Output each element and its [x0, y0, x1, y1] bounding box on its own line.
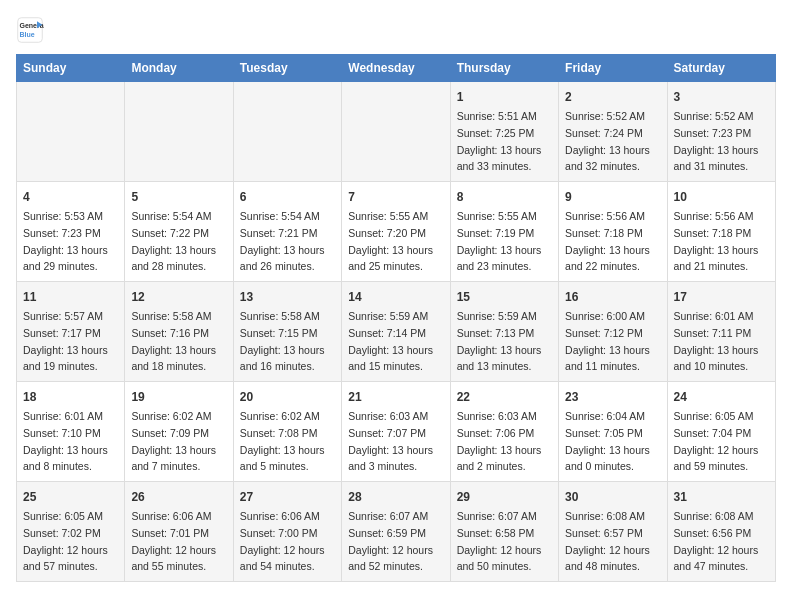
day-info: Sunrise: 5:54 AM Sunset: 7:21 PM Dayligh…: [240, 210, 325, 272]
calendar-cell: 30Sunrise: 6:08 AM Sunset: 6:57 PM Dayli…: [559, 482, 667, 582]
day-number: 29: [457, 488, 552, 506]
calendar-cell: 31Sunrise: 6:08 AM Sunset: 6:56 PM Dayli…: [667, 482, 775, 582]
day-info: Sunrise: 6:04 AM Sunset: 7:05 PM Dayligh…: [565, 410, 650, 472]
day-info: Sunrise: 5:58 AM Sunset: 7:16 PM Dayligh…: [131, 310, 216, 372]
day-info: Sunrise: 5:53 AM Sunset: 7:23 PM Dayligh…: [23, 210, 108, 272]
day-number: 10: [674, 188, 769, 206]
calendar-cell: 19Sunrise: 6:02 AM Sunset: 7:09 PM Dayli…: [125, 382, 233, 482]
calendar-cell: [17, 82, 125, 182]
day-number: 18: [23, 388, 118, 406]
day-info: Sunrise: 5:59 AM Sunset: 7:13 PM Dayligh…: [457, 310, 542, 372]
header-cell-tuesday: Tuesday: [233, 55, 341, 82]
day-info: Sunrise: 5:56 AM Sunset: 7:18 PM Dayligh…: [674, 210, 759, 272]
day-info: Sunrise: 6:06 AM Sunset: 7:01 PM Dayligh…: [131, 510, 216, 572]
header-cell-monday: Monday: [125, 55, 233, 82]
calendar-body: 1Sunrise: 5:51 AM Sunset: 7:25 PM Daylig…: [17, 82, 776, 582]
calendar-cell: [125, 82, 233, 182]
day-number: 31: [674, 488, 769, 506]
day-info: Sunrise: 5:52 AM Sunset: 7:23 PM Dayligh…: [674, 110, 759, 172]
day-info: Sunrise: 6:00 AM Sunset: 7:12 PM Dayligh…: [565, 310, 650, 372]
day-number: 30: [565, 488, 660, 506]
calendar-cell: 4Sunrise: 5:53 AM Sunset: 7:23 PM Daylig…: [17, 182, 125, 282]
day-number: 5: [131, 188, 226, 206]
day-info: Sunrise: 5:52 AM Sunset: 7:24 PM Dayligh…: [565, 110, 650, 172]
day-info: Sunrise: 6:08 AM Sunset: 6:56 PM Dayligh…: [674, 510, 759, 572]
day-number: 20: [240, 388, 335, 406]
day-info: Sunrise: 6:03 AM Sunset: 7:07 PM Dayligh…: [348, 410, 433, 472]
calendar-cell: 14Sunrise: 5:59 AM Sunset: 7:14 PM Dayli…: [342, 282, 450, 382]
day-number: 15: [457, 288, 552, 306]
day-number: 27: [240, 488, 335, 506]
day-info: Sunrise: 6:05 AM Sunset: 7:02 PM Dayligh…: [23, 510, 108, 572]
day-info: Sunrise: 5:55 AM Sunset: 7:19 PM Dayligh…: [457, 210, 542, 272]
day-number: 21: [348, 388, 443, 406]
calendar-cell: 18Sunrise: 6:01 AM Sunset: 7:10 PM Dayli…: [17, 382, 125, 482]
calendar-cell: 12Sunrise: 5:58 AM Sunset: 7:16 PM Dayli…: [125, 282, 233, 382]
day-number: 12: [131, 288, 226, 306]
day-info: Sunrise: 6:03 AM Sunset: 7:06 PM Dayligh…: [457, 410, 542, 472]
calendar-cell: [342, 82, 450, 182]
day-number: 1: [457, 88, 552, 106]
day-info: Sunrise: 6:01 AM Sunset: 7:11 PM Dayligh…: [674, 310, 759, 372]
week-row-5: 25Sunrise: 6:05 AM Sunset: 7:02 PM Dayli…: [17, 482, 776, 582]
week-row-4: 18Sunrise: 6:01 AM Sunset: 7:10 PM Dayli…: [17, 382, 776, 482]
day-info: Sunrise: 6:07 AM Sunset: 6:59 PM Dayligh…: [348, 510, 433, 572]
day-number: 4: [23, 188, 118, 206]
calendar-cell: 29Sunrise: 6:07 AM Sunset: 6:58 PM Dayli…: [450, 482, 558, 582]
day-info: Sunrise: 5:59 AM Sunset: 7:14 PM Dayligh…: [348, 310, 433, 372]
day-number: 23: [565, 388, 660, 406]
header-cell-wednesday: Wednesday: [342, 55, 450, 82]
day-number: 22: [457, 388, 552, 406]
header-cell-saturday: Saturday: [667, 55, 775, 82]
day-info: Sunrise: 6:06 AM Sunset: 7:00 PM Dayligh…: [240, 510, 325, 572]
day-number: 19: [131, 388, 226, 406]
day-number: 9: [565, 188, 660, 206]
calendar-cell: 13Sunrise: 5:58 AM Sunset: 7:15 PM Dayli…: [233, 282, 341, 382]
day-number: 28: [348, 488, 443, 506]
week-row-2: 4Sunrise: 5:53 AM Sunset: 7:23 PM Daylig…: [17, 182, 776, 282]
calendar-cell: 26Sunrise: 6:06 AM Sunset: 7:01 PM Dayli…: [125, 482, 233, 582]
calendar-cell: 11Sunrise: 5:57 AM Sunset: 7:17 PM Dayli…: [17, 282, 125, 382]
calendar-cell: 7Sunrise: 5:55 AM Sunset: 7:20 PM Daylig…: [342, 182, 450, 282]
day-info: Sunrise: 5:55 AM Sunset: 7:20 PM Dayligh…: [348, 210, 433, 272]
day-info: Sunrise: 5:54 AM Sunset: 7:22 PM Dayligh…: [131, 210, 216, 272]
header-cell-thursday: Thursday: [450, 55, 558, 82]
day-number: 24: [674, 388, 769, 406]
logo-icon: General Blue: [16, 16, 44, 44]
calendar-cell: 15Sunrise: 5:59 AM Sunset: 7:13 PM Dayli…: [450, 282, 558, 382]
day-number: 11: [23, 288, 118, 306]
day-number: 13: [240, 288, 335, 306]
calendar-cell: 23Sunrise: 6:04 AM Sunset: 7:05 PM Dayli…: [559, 382, 667, 482]
week-row-3: 11Sunrise: 5:57 AM Sunset: 7:17 PM Dayli…: [17, 282, 776, 382]
logo: General Blue: [16, 16, 48, 44]
calendar-cell: 5Sunrise: 5:54 AM Sunset: 7:22 PM Daylig…: [125, 182, 233, 282]
calendar-cell: 27Sunrise: 6:06 AM Sunset: 7:00 PM Dayli…: [233, 482, 341, 582]
day-number: 25: [23, 488, 118, 506]
day-number: 17: [674, 288, 769, 306]
header-cell-sunday: Sunday: [17, 55, 125, 82]
day-number: 6: [240, 188, 335, 206]
calendar-cell: 25Sunrise: 6:05 AM Sunset: 7:02 PM Dayli…: [17, 482, 125, 582]
calendar-cell: 2Sunrise: 5:52 AM Sunset: 7:24 PM Daylig…: [559, 82, 667, 182]
day-info: Sunrise: 5:58 AM Sunset: 7:15 PM Dayligh…: [240, 310, 325, 372]
day-number: 16: [565, 288, 660, 306]
day-number: 14: [348, 288, 443, 306]
calendar-table: SundayMondayTuesdayWednesdayThursdayFrid…: [16, 54, 776, 582]
header-row: SundayMondayTuesdayWednesdayThursdayFrid…: [17, 55, 776, 82]
calendar-cell: 1Sunrise: 5:51 AM Sunset: 7:25 PM Daylig…: [450, 82, 558, 182]
calendar-cell: 17Sunrise: 6:01 AM Sunset: 7:11 PM Dayli…: [667, 282, 775, 382]
calendar-cell: 6Sunrise: 5:54 AM Sunset: 7:21 PM Daylig…: [233, 182, 341, 282]
day-number: 3: [674, 88, 769, 106]
day-info: Sunrise: 5:56 AM Sunset: 7:18 PM Dayligh…: [565, 210, 650, 272]
day-info: Sunrise: 5:51 AM Sunset: 7:25 PM Dayligh…: [457, 110, 542, 172]
calendar-cell: 8Sunrise: 5:55 AM Sunset: 7:19 PM Daylig…: [450, 182, 558, 282]
calendar-cell: 24Sunrise: 6:05 AM Sunset: 7:04 PM Dayli…: [667, 382, 775, 482]
header: General Blue: [16, 16, 776, 44]
day-info: Sunrise: 6:02 AM Sunset: 7:08 PM Dayligh…: [240, 410, 325, 472]
calendar-cell: 28Sunrise: 6:07 AM Sunset: 6:59 PM Dayli…: [342, 482, 450, 582]
header-cell-friday: Friday: [559, 55, 667, 82]
day-info: Sunrise: 6:02 AM Sunset: 7:09 PM Dayligh…: [131, 410, 216, 472]
day-number: 26: [131, 488, 226, 506]
day-info: Sunrise: 6:01 AM Sunset: 7:10 PM Dayligh…: [23, 410, 108, 472]
calendar-cell: 22Sunrise: 6:03 AM Sunset: 7:06 PM Dayli…: [450, 382, 558, 482]
